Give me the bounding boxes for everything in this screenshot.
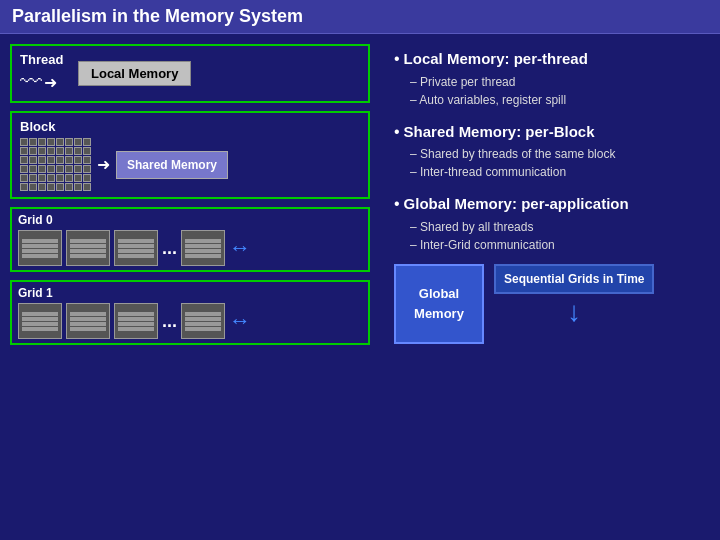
down-arrow-icon: ↓ bbox=[567, 298, 581, 326]
block-section: Block ➜ Shared Memory bbox=[10, 111, 370, 199]
shared-memory-info: • Shared Memory: per-Block Shared by thr… bbox=[394, 117, 706, 182]
shared-memory-item-0: Shared by threads of the same block bbox=[410, 145, 706, 163]
global-visual-area: Global Memory Sequential Grids in Time ↓ bbox=[394, 264, 706, 348]
local-memory-box: Local Memory bbox=[78, 61, 191, 86]
thread-arrow: 〰 ➜ bbox=[20, 69, 70, 95]
global-memory-title: Global Memory: per-application bbox=[404, 193, 629, 216]
grid0-section: Grid 0 ... ↔ bbox=[10, 207, 370, 272]
sequential-label: Sequential Grids in Time bbox=[504, 272, 644, 286]
grid0-blocks: ... ↔ bbox=[18, 230, 362, 266]
grid0-label: Grid 0 bbox=[18, 213, 362, 227]
grid1-section: Grid 1 ... ↔ bbox=[10, 280, 370, 345]
right-panel: • Local Memory: per-thread Private per t… bbox=[380, 34, 720, 524]
grid-block bbox=[66, 303, 110, 339]
local-memory-info: • Local Memory: per-thread Private per t… bbox=[394, 44, 706, 109]
title-text: Parallelism in the Memory System bbox=[12, 6, 303, 26]
page-title: Parallelism in the Memory System bbox=[0, 0, 720, 34]
block-label: Block bbox=[20, 119, 360, 134]
grid-block bbox=[181, 230, 225, 266]
local-memory-title: Local Memory: per-thread bbox=[404, 48, 588, 71]
sequential-col: Sequential Grids in Time ↓ bbox=[494, 264, 654, 326]
arrow-right-icon: ➜ bbox=[44, 73, 57, 92]
sequential-grids-box: Sequential Grids in Time bbox=[494, 264, 654, 294]
left-panel: Thread 〰 ➜ Local Memory Block bbox=[0, 34, 380, 524]
global-memory-info: • Global Memory: per-application Shared … bbox=[394, 189, 706, 254]
global-memory-visual-label: Global Memory bbox=[396, 284, 482, 323]
grid-block bbox=[18, 230, 62, 266]
global-memory-col: Global Memory bbox=[394, 264, 484, 348]
block-arrow-icon: ➜ bbox=[97, 155, 110, 174]
thread-label: Thread bbox=[20, 52, 70, 67]
global-memory-visual: Global Memory bbox=[394, 264, 484, 344]
double-arrow-icon: ↔ bbox=[229, 235, 251, 261]
grid-dots: ... bbox=[162, 311, 177, 332]
block-inner: ➜ Shared Memory bbox=[20, 138, 360, 191]
grid-block bbox=[18, 303, 62, 339]
global-memory-item-0: Shared by all threads bbox=[410, 218, 706, 236]
grid-block bbox=[181, 303, 225, 339]
local-memory-item-1: Auto variables, register spill bbox=[410, 91, 706, 109]
grid1-blocks: ... ↔ bbox=[18, 303, 362, 339]
grid-block bbox=[114, 303, 158, 339]
thread-section: Thread 〰 ➜ Local Memory bbox=[10, 44, 370, 103]
squiggle-icon: 〰 bbox=[20, 69, 42, 95]
grid-block bbox=[114, 230, 158, 266]
global-memory-item-1: Inter-Grid communication bbox=[410, 236, 706, 254]
grid1-label: Grid 1 bbox=[18, 286, 362, 300]
shared-memory-item-1: Inter-thread communication bbox=[410, 163, 706, 181]
local-memory-item-0: Private per thread bbox=[410, 73, 706, 91]
grid-block bbox=[66, 230, 110, 266]
grid-dots: ... bbox=[162, 238, 177, 259]
shared-memory-label: Shared Memory bbox=[127, 158, 217, 172]
shared-memory-title: Shared Memory: per-Block bbox=[404, 121, 595, 144]
shared-memory-box: Shared Memory bbox=[116, 151, 228, 179]
local-memory-label: Local Memory bbox=[91, 66, 178, 81]
double-arrow-icon: ↔ bbox=[229, 308, 251, 334]
threads-visual bbox=[20, 138, 91, 191]
